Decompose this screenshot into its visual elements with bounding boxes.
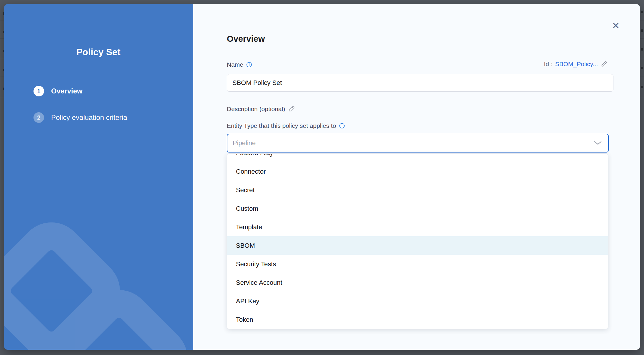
- name-label: Name: [227, 61, 243, 68]
- step-policy-evaluation-criteria[interactable]: 2 Policy evaluation criteria: [33, 112, 127, 123]
- id-prefix: Id :: [544, 61, 552, 68]
- name-input[interactable]: SBOM Policy Set: [227, 74, 613, 92]
- modal-sidebar: Policy Set 1 Overview 2 Policy evaluatio…: [4, 4, 193, 350]
- info-icon: [339, 123, 345, 129]
- edit-description-icon[interactable]: [288, 105, 295, 113]
- close-icon: ✕: [612, 21, 620, 31]
- background-icon-fragment: [641, 48, 643, 51]
- background-icon-fragment: [641, 29, 643, 32]
- close-button[interactable]: ✕: [611, 21, 621, 31]
- entity-type-select[interactable]: Pipeline: [227, 134, 609, 153]
- modal-content: ✕ Overview Name Id : SBOM_Policy...: [193, 4, 640, 350]
- edit-id-icon[interactable]: [601, 61, 608, 68]
- screen: Policy Set 1 Overview 2 Policy evaluatio…: [0, 0, 644, 355]
- step-number-badge: 1: [33, 86, 44, 96]
- dropdown-item-template[interactable]: Template: [227, 218, 608, 236]
- id-link[interactable]: SBOM_Policy...: [555, 61, 598, 68]
- info-icon: [246, 62, 252, 68]
- entity-type-dropdown: Feature Flag Connector Secret Custom Tem…: [227, 153, 608, 329]
- dropdown-item-custom[interactable]: Custom: [227, 199, 608, 218]
- description-label: Description (optional): [227, 106, 285, 113]
- step-label: Overview: [51, 87, 83, 95]
- dropdown-item-secret[interactable]: Secret: [227, 181, 608, 199]
- dropdown-item-token[interactable]: Token: [227, 310, 608, 329]
- background-icon-fragment: [641, 67, 643, 69]
- policy-set-modal: Policy Set 1 Overview 2 Policy evaluatio…: [4, 4, 640, 350]
- entity-type-row: Entity Type that this policy set applies…: [227, 122, 608, 129]
- name-input-value: SBOM Policy Set: [232, 79, 282, 86]
- modal-title: Policy Set: [4, 47, 193, 58]
- chevron-down-icon: [594, 141, 602, 145]
- step-number-badge: 2: [33, 112, 44, 123]
- description-row: Description (optional): [227, 105, 608, 113]
- background-icon-fragment: [641, 86, 643, 88]
- dropdown-item-service-account[interactable]: Service Account: [227, 273, 608, 292]
- page-title: Overview: [227, 34, 265, 44]
- dropdown-item-api-key[interactable]: API Key: [227, 292, 608, 310]
- select-placeholder: Pipeline: [227, 139, 594, 147]
- step-overview[interactable]: 1 Overview: [33, 86, 83, 96]
- background-icon-fragment: [641, 11, 643, 13]
- name-label-row: Name Id : SBOM_Policy...: [227, 61, 608, 68]
- dropdown-item-sbom[interactable]: SBOM: [227, 236, 608, 255]
- harness-logo-watermark: [4, 180, 193, 350]
- dropdown-item-connector[interactable]: Connector: [227, 162, 608, 181]
- entity-type-label: Entity Type that this policy set applies…: [227, 122, 336, 129]
- id-row: Id : SBOM_Policy...: [544, 61, 608, 68]
- step-label: Policy evaluation criteria: [51, 113, 127, 122]
- dropdown-item-security-tests[interactable]: Security Tests: [227, 255, 608, 273]
- dropdown-item-feature-flag[interactable]: Feature Flag: [227, 153, 608, 162]
